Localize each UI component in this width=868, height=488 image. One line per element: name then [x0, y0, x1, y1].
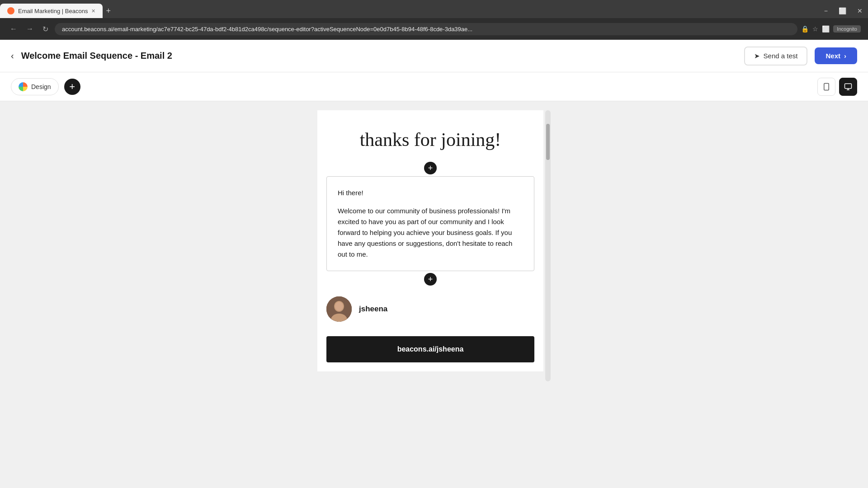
reload-button[interactable]: ↻: [40, 23, 51, 35]
mobile-view-button[interactable]: [817, 78, 835, 96]
send-test-button[interactable]: ➤ Send a test: [744, 47, 808, 66]
add-block-divider-bottom: +: [317, 271, 543, 287]
tab-title: Email Marketing | Beacons: [18, 8, 88, 14]
maximize-button[interactable]: ⬜: [833, 4, 852, 18]
svg-rect-0: [824, 83, 829, 90]
add-block-circle-bottom[interactable]: +: [424, 273, 437, 286]
cast-icon[interactable]: ⬜: [822, 25, 830, 33]
window-controls: − ⬜ ✕: [819, 4, 868, 18]
author-section: jsheena: [317, 287, 543, 331]
cta-section: beacons.ai/jsheena: [317, 331, 543, 371]
next-arrow-icon: ›: [844, 52, 846, 60]
editor-toolbar: Design +: [0, 72, 868, 101]
main-content: thanks for joining! + Hi there! Welcome …: [0, 101, 868, 488]
add-block-circle-top[interactable]: +: [424, 162, 437, 174]
next-label: Next: [826, 52, 840, 60]
tab-close-btn[interactable]: ×: [91, 7, 95, 14]
scrollbar[interactable]: [545, 110, 551, 381]
email-heading: thanks for joining!: [326, 128, 534, 151]
avatar-image: [326, 296, 352, 322]
email-header-section: thanks for joining!: [317, 110, 543, 160]
header-actions: ➤ Send a test Next ›: [744, 47, 857, 66]
send-test-label: Send a test: [764, 52, 798, 60]
avatar: [326, 296, 352, 322]
text-content-block[interactable]: Hi there! Welcome to our community of bu…: [326, 176, 534, 271]
toolbar-left: Design +: [11, 78, 80, 95]
svg-point-8: [335, 302, 343, 311]
design-label: Design: [31, 83, 51, 90]
toolbar-right: [817, 78, 857, 96]
canvas-area: thanks for joining! + Hi there! Welcome …: [0, 101, 868, 488]
back-nav-button[interactable]: ←: [7, 23, 20, 35]
send-icon: ➤: [754, 52, 760, 60]
add-block-divider-top: +: [317, 160, 543, 176]
svg-rect-2: [845, 84, 852, 89]
scrollbar-thumb[interactable]: [546, 124, 550, 160]
email-canvas: thanks for joining! + Hi there! Welcome …: [317, 110, 543, 371]
lock-icon: 🔒: [801, 25, 809, 33]
page-title: Welcome Email Sequence - Email 2: [21, 51, 172, 61]
new-tab-button[interactable]: +: [103, 6, 115, 16]
minimize-button[interactable]: −: [819, 4, 833, 18]
cta-button[interactable]: beacons.ai/jsheena: [326, 336, 534, 362]
address-input[interactable]: [55, 23, 797, 35]
back-button[interactable]: ‹: [11, 51, 14, 61]
email-body: Welcome to our community of business pro…: [338, 206, 523, 260]
star-icon[interactable]: ☆: [812, 25, 818, 33]
browser-tab[interactable]: Email Marketing | Beacons ×: [0, 4, 103, 18]
close-button[interactable]: ✕: [852, 4, 868, 18]
app-header: ‹ Welcome Email Sequence - Email 2 ➤ Sen…: [0, 40, 868, 72]
author-name: jsheena: [359, 305, 387, 314]
add-block-button[interactable]: +: [64, 79, 80, 95]
incognito-badge: Incognito: [833, 25, 861, 33]
address-bar-icons: 🔒 ☆ ⬜ Incognito: [801, 25, 861, 33]
forward-nav-button[interactable]: →: [24, 23, 36, 35]
email-greeting: Hi there!: [338, 188, 523, 198]
desktop-view-button[interactable]: [839, 78, 857, 96]
next-button[interactable]: Next ›: [815, 47, 857, 64]
design-icon: [19, 82, 28, 91]
tab-favicon: [7, 7, 14, 14]
design-button[interactable]: Design: [11, 78, 59, 95]
address-bar: ← → ↻ 🔒 ☆ ⬜ Incognito: [0, 18, 868, 40]
